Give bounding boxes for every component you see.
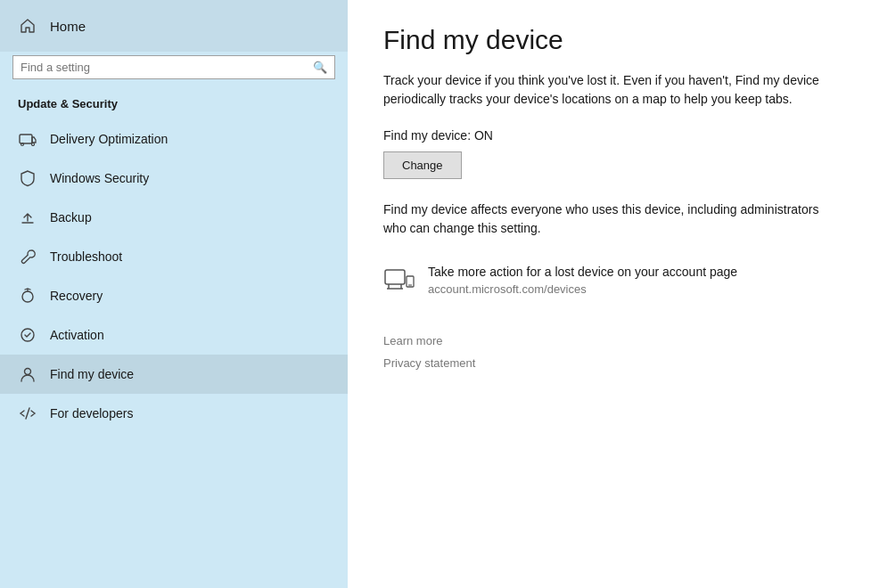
svg-rect-6 [385, 270, 405, 284]
svg-point-5 [25, 369, 31, 375]
change-button[interactable]: Change [383, 151, 462, 179]
sidebar-item-troubleshoot[interactable]: Troubleshoot [0, 237, 348, 276]
search-icon[interactable]: 🔍 [313, 61, 327, 74]
svg-point-1 [21, 143, 24, 146]
search-input[interactable] [21, 61, 308, 74]
sidebar-item-label-recovery: Recovery [50, 289, 103, 303]
main-content: Find my device Track your device if you … [348, 0, 871, 588]
action-text: Take more action for a lost device on yo… [428, 265, 737, 296]
privacy-statement-link[interactable]: Privacy statement [383, 356, 475, 370]
backup-icon [18, 208, 37, 227]
sidebar-item-home[interactable]: Home [0, 0, 348, 52]
sidebar-item-label-troubleshoot: Troubleshoot [50, 249, 122, 264]
sidebar-item-label-activation: Activation [50, 328, 104, 342]
svg-point-4 [21, 329, 34, 341]
sidebar-item-for-developers[interactable]: For developers [0, 394, 348, 433]
section-header: Update & Security [0, 92, 348, 119]
svg-point-3 [22, 291, 33, 302]
device-icon [383, 266, 415, 298]
sidebar-item-activation[interactable]: Activation [0, 315, 348, 355]
sidebar-item-label-delivery-optimization: Delivery Optimization [50, 132, 168, 146]
wrench-icon [18, 247, 37, 266]
sidebar-nav: Delivery OptimizationWindows SecurityBac… [0, 119, 348, 588]
search-box[interactable]: 🔍 [12, 55, 335, 79]
sidebar-item-label-find-my-device: Find my device [50, 367, 134, 381]
sidebar-item-backup[interactable]: Backup [0, 198, 348, 237]
home-icon [18, 16, 37, 36]
person-icon [18, 364, 37, 384]
affect-text: Find my device affects everyone who uses… [383, 200, 835, 238]
sidebar-item-find-my-device[interactable]: Find my device [0, 355, 348, 394]
svg-point-2 [32, 143, 35, 146]
action-section: Take more action for a lost device on yo… [383, 265, 835, 298]
action-title: Take more action for a lost device on yo… [428, 265, 737, 279]
delivery-icon [18, 129, 37, 149]
page-title: Find my device [383, 25, 835, 55]
description-text: Track your device if you think you've lo… [383, 71, 835, 109]
recovery-icon [18, 286, 37, 306]
home-label: Home [50, 19, 86, 34]
svg-rect-0 [20, 135, 32, 143]
developer-icon [18, 404, 37, 423]
shield-icon [18, 168, 37, 188]
sidebar: Home 🔍 Update & Security Delivery Optimi… [0, 0, 348, 588]
sidebar-item-recovery[interactable]: Recovery [0, 276, 348, 315]
sidebar-item-delivery-optimization[interactable]: Delivery Optimization [0, 119, 348, 159]
activation-icon [18, 325, 37, 345]
learn-more-link[interactable]: Learn more [383, 334, 442, 347]
sidebar-item-label-for-developers: For developers [50, 406, 133, 421]
device-status: Find my device: ON [383, 128, 835, 143]
sidebar-item-label-backup: Backup [50, 210, 92, 225]
account-link[interactable]: account.microsoft.com/devices [428, 282, 587, 296]
sidebar-item-label-windows-security: Windows Security [50, 171, 149, 185]
footer-links: Learn more Privacy statement [383, 334, 835, 370]
sidebar-item-windows-security[interactable]: Windows Security [0, 159, 348, 198]
